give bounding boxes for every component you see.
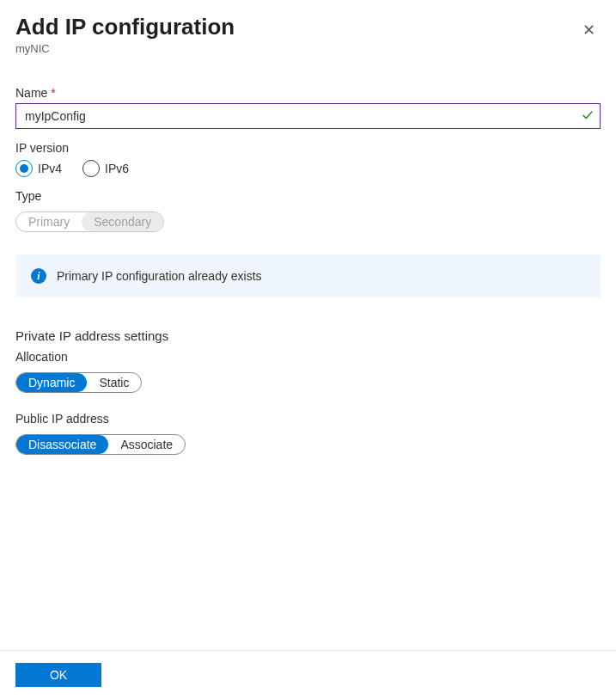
type-secondary-pill: Secondary	[82, 212, 163, 231]
type-label: Type	[15, 189, 601, 203]
radio-selected-icon	[15, 160, 33, 177]
ipversion-label: IP version	[15, 141, 601, 155]
ok-button[interactable]: OK	[15, 663, 101, 687]
validation-check-icon	[582, 109, 594, 124]
radio-unselected-icon	[82, 160, 100, 177]
public-ip-label: Public IP address	[15, 412, 601, 426]
type-primary-pill: Primary	[16, 212, 82, 231]
info-banner-message: Primary IP configuration already exists	[57, 269, 262, 283]
ipversion-ipv6-radio[interactable]: IPv6	[82, 160, 129, 177]
allocation-static-pill[interactable]: Static	[87, 373, 141, 392]
private-ip-section-heading: Private IP address settings	[15, 328, 601, 343]
type-pill-group: Primary Secondary	[15, 212, 164, 232]
public-ip-pill-group: Disassociate Associate	[15, 434, 186, 455]
info-icon: i	[31, 268, 46, 284]
public-ip-disassociate-pill[interactable]: Disassociate	[16, 435, 108, 454]
ipversion-ipv4-radio[interactable]: IPv4	[15, 160, 62, 177]
info-banner: i Primary IP configuration already exist…	[15, 254, 601, 297]
ipversion-ipv4-label: IPv4	[38, 162, 62, 175]
panel-subtitle: myNIC	[15, 42, 235, 55]
public-ip-associate-pill[interactable]: Associate	[108, 435, 185, 454]
name-label: Name	[15, 86, 601, 100]
close-button[interactable]: ✕	[577, 17, 601, 43]
allocation-dynamic-pill[interactable]: Dynamic	[16, 373, 87, 392]
allocation-pill-group: Dynamic Static	[15, 372, 142, 393]
panel-title: Add IP configuration	[15, 14, 235, 40]
close-icon: ✕	[582, 21, 595, 39]
ipversion-ipv6-label: IPv6	[105, 162, 129, 175]
allocation-label: Allocation	[15, 350, 601, 364]
name-input[interactable]	[15, 103, 601, 129]
